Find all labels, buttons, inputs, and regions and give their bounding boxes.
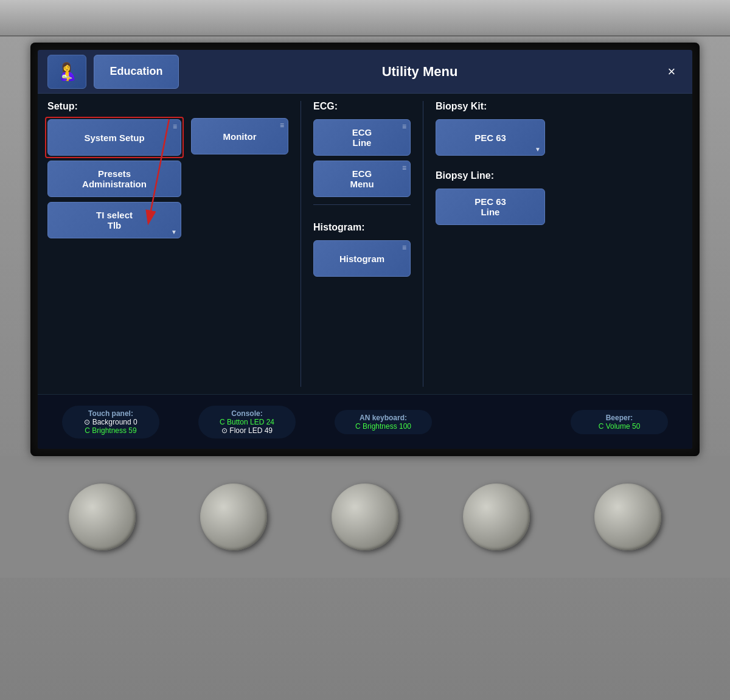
setup-label: Setup:: [47, 101, 181, 112]
beeper-status: Beeper: C Volume 50: [571, 410, 668, 434]
header: 🤱 Education Utility Menu ×: [38, 50, 692, 94]
monitor-button[interactable]: Monitor: [191, 118, 288, 154]
console-button-led: C Button LED 24: [209, 418, 285, 426]
an-keyboard-label: AN keyboard:: [346, 414, 421, 422]
ecg-histogram-column: ECG: ECG Line ECG Menu Histogram:: [313, 101, 411, 387]
screen: 🤱 Education Utility Menu × Setup:: [38, 50, 692, 449]
biopsy-line-button[interactable]: PEC 63 Line: [436, 189, 545, 225]
histogram-section: Histogram: Histogram: [313, 222, 411, 277]
touch-brightness-value: C Brightness 59: [73, 426, 148, 435]
close-icon: ×: [668, 64, 676, 80]
touch-panel-label: Touch panel:: [73, 409, 148, 418]
console-status: Console: C Button LED 24 ⊙ Floor LED 49: [198, 406, 296, 438]
console-floor-led: ⊙ Floor LED 49: [209, 426, 285, 435]
main-content: Setup: System Setup Presets Administrati…: [38, 94, 692, 394]
divider-1: [301, 101, 301, 387]
biopsy-kit-label: Biopsy Kit:: [436, 101, 545, 112]
biopsy-line-label: Biopsy Line:: [436, 170, 545, 181]
biopsy-kit-button[interactable]: PEC 63: [436, 119, 545, 156]
biopsy-kit-value: PEC 63: [474, 133, 506, 143]
monitor-section: Monitor: [191, 101, 288, 387]
education-button[interactable]: Education: [94, 55, 179, 89]
education-label: Education: [109, 65, 162, 78]
content-grid: Setup: System Setup Presets Administrati…: [47, 101, 683, 387]
col-separator: [313, 204, 411, 205]
ti-select-button[interactable]: TI select Tlb: [47, 202, 181, 238]
beeper-label: Beeper:: [582, 414, 657, 422]
presets-admin-label: Presets Administration: [82, 168, 147, 189]
system-setup-button[interactable]: System Setup: [47, 119, 181, 156]
console-label: Console:: [209, 409, 285, 418]
biopsy-section: Biopsy Kit: PEC 63 Biopsy Line: PEC 63 L…: [436, 101, 545, 387]
system-setup-label: System Setup: [84, 133, 144, 143]
histogram-label: Histogram:: [313, 222, 411, 233]
page-title: Utility Menu: [186, 64, 653, 80]
knob-1[interactable]: [69, 483, 136, 550]
logo-button[interactable]: 🤱: [47, 55, 86, 89]
status-bar: Touch panel: ⊙ Background 0 C Brightness…: [38, 394, 692, 449]
screen-bezel: 🤱 Education Utility Menu × Setup:: [30, 43, 700, 456]
system-setup-wrapper: System Setup: [47, 119, 181, 156]
knob-4[interactable]: [463, 483, 530, 550]
knobs-area: [0, 456, 730, 578]
presets-admin-button[interactable]: Presets Administration: [47, 161, 181, 197]
touch-panel-status: Touch panel: ⊙ Background 0 C Brightness…: [62, 406, 159, 438]
ecg-label: ECG:: [313, 101, 411, 112]
ecg-menu-label: ECG Menu: [350, 168, 374, 189]
divider-2: [423, 101, 423, 387]
biopsy-line-value: PEC 63 Line: [474, 196, 506, 217]
logo-icon: 🤱: [57, 61, 78, 81]
monitor-label: Monitor: [223, 131, 257, 142]
an-keyboard-status: AN keyboard: C Brightness 100: [335, 410, 432, 434]
ti-select-label: TI select Tlb: [96, 210, 133, 230]
setup-section: Setup: System Setup Presets Administrati…: [47, 101, 181, 387]
histogram-button[interactable]: Histogram: [313, 240, 411, 277]
ecg-menu-button[interactable]: ECG Menu: [313, 161, 411, 197]
ecg-section: ECG: ECG Line ECG Menu: [313, 101, 411, 197]
knob-2[interactable]: [200, 483, 267, 550]
an-brightness-value: C Brightness 100: [346, 422, 421, 431]
empty-knob-slot: [471, 418, 532, 426]
ecg-line-button[interactable]: ECG Line: [313, 119, 411, 156]
knob-5[interactable]: [594, 483, 661, 550]
beeper-volume-value: C Volume 50: [582, 422, 657, 431]
close-button[interactable]: ×: [661, 61, 683, 83]
top-bar: [0, 0, 730, 36]
ecg-line-label: ECG Line: [352, 127, 372, 148]
touch-bg-value: ⊙ Background 0: [73, 418, 148, 426]
device-frame: 🤱 Education Utility Menu × Setup:: [0, 0, 730, 700]
knob-3[interactable]: [332, 483, 398, 550]
histogram-btn-label: Histogram: [339, 254, 384, 264]
